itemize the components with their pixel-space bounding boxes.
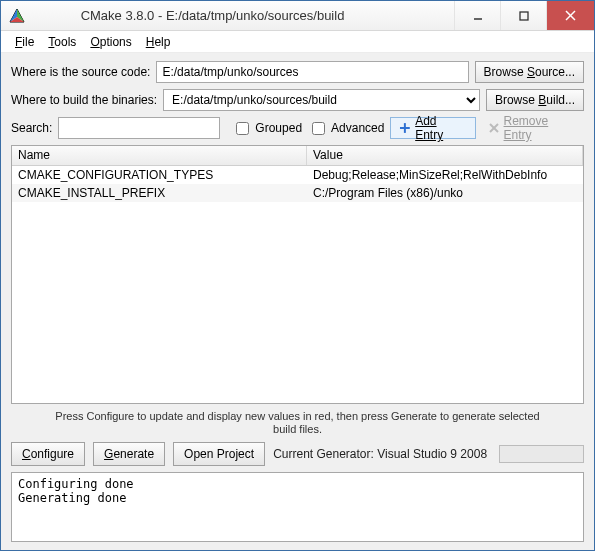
progress-bar xyxy=(499,445,584,463)
cell-value: C:/Program Files (x86)/unko xyxy=(307,186,583,200)
open-project-button[interactable]: Open Project xyxy=(173,442,265,466)
configure-button[interactable]: Configure xyxy=(11,442,85,466)
plus-icon xyxy=(399,122,411,134)
build-label: Where to build the binaries: xyxy=(11,93,157,107)
advanced-checkbox[interactable]: Advanced xyxy=(308,119,384,138)
main-window: CMake 3.8.0 - E:/data/tmp/unko/sources/b… xyxy=(0,0,595,551)
menu-bar: File Tools Options Help xyxy=(1,31,594,53)
col-name[interactable]: Name xyxy=(12,146,307,165)
svg-rect-5 xyxy=(520,12,528,20)
menu-options[interactable]: Options xyxy=(84,33,137,51)
grid-body: CMAKE_CONFIGURATION_TYPES Debug;Release;… xyxy=(12,166,583,202)
add-entry-button[interactable]: Add Entry xyxy=(390,117,475,139)
browse-build-button[interactable]: Browse Build... xyxy=(486,89,584,111)
generator-label: Current Generator: Visual Studio 9 2008 xyxy=(273,447,487,461)
table-row[interactable]: CMAKE_CONFIGURATION_TYPES Debug;Release;… xyxy=(12,166,583,184)
client-area: Where is the source code: Browse Source.… xyxy=(1,53,594,550)
window-title: CMake 3.8.0 - E:/data/tmp/unko/sources/b… xyxy=(0,8,454,23)
grouped-checkbox[interactable]: Grouped xyxy=(232,119,302,138)
output-log[interactable]: Configuring done Generating done xyxy=(11,472,584,542)
source-label: Where is the source code: xyxy=(11,65,150,79)
menu-help[interactable]: Help xyxy=(140,33,177,51)
cell-name: CMAKE_INSTALL_PREFIX xyxy=(12,186,307,200)
source-input[interactable] xyxy=(156,61,468,83)
title-bar: CMake 3.8.0 - E:/data/tmp/unko/sources/b… xyxy=(1,1,594,31)
svg-rect-9 xyxy=(400,127,410,129)
maximize-button[interactable] xyxy=(500,1,546,30)
table-row[interactable]: CMAKE_INSTALL_PREFIX C:/Program Files (x… xyxy=(12,184,583,202)
menu-tools[interactable]: Tools xyxy=(42,33,82,51)
close-button[interactable] xyxy=(546,1,594,30)
menu-file[interactable]: File xyxy=(9,33,40,51)
search-label: Search: xyxy=(11,121,52,135)
col-value[interactable]: Value xyxy=(307,146,583,165)
cell-name: CMAKE_CONFIGURATION_TYPES xyxy=(12,168,307,182)
grid-header: Name Value xyxy=(12,146,583,166)
hint-text: Press Configure to update and display ne… xyxy=(11,410,584,436)
build-combo[interactable]: E:/data/tmp/unko/sources/build xyxy=(163,89,480,111)
browse-source-button[interactable]: Browse Source... xyxy=(475,61,584,83)
cell-value: Debug;Release;MinSizeRel;RelWithDebInfo xyxy=(307,168,583,182)
cache-grid[interactable]: Name Value CMAKE_CONFIGURATION_TYPES Deb… xyxy=(11,145,584,404)
remove-entry-button: Remove Entry xyxy=(482,117,584,139)
search-input[interactable] xyxy=(58,117,220,139)
generate-button[interactable]: Generate xyxy=(93,442,165,466)
remove-icon xyxy=(488,122,500,134)
window-controls xyxy=(454,1,594,30)
minimize-button[interactable] xyxy=(454,1,500,30)
